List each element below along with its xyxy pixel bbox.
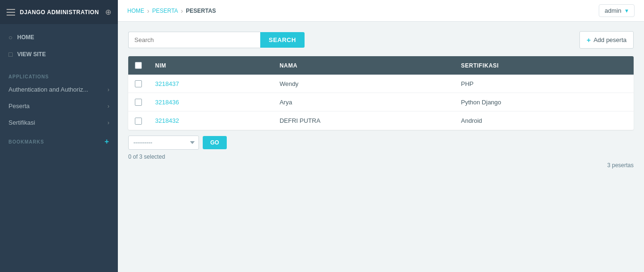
home-icon: ○	[8, 34, 12, 41]
sidebar-view-site-label: VIEW SITE	[17, 51, 46, 58]
row-checkbox-cell	[128, 93, 149, 111]
search-button[interactable]: SEARCH	[260, 32, 305, 48]
hamburger-icon[interactable]	[7, 9, 15, 16]
chevron-down-icon: ▾	[625, 7, 628, 14]
table-header-checkbox	[128, 56, 149, 75]
page-body: SEARCH + Add peserta NIM NAMA SERTIFIKAS…	[118, 22, 644, 272]
breadcrumb-sep-2: ›	[181, 7, 183, 15]
app-title: DJANGO ADMINISTRATION	[20, 9, 99, 16]
peserta-label: Peserta	[8, 102, 30, 110]
action-select[interactable]: ----------	[128, 136, 199, 150]
row-checkbox[interactable]	[135, 99, 142, 106]
row-nama: DEFRI PUTRA	[273, 111, 454, 130]
add-peserta-button[interactable]: + Add peserta	[579, 31, 634, 49]
user-name: admin	[605, 7, 621, 14]
breadcrumb-current: PESERTAS	[186, 8, 216, 14]
nim-link[interactable]: 3218432	[155, 117, 179, 124]
sidebar-item-auth[interactable]: Authentication and Authoriz... ›	[0, 81, 118, 98]
sidebar: DJANGO ADMINISTRATION ⊕ ○ HOME □ VIEW SI…	[0, 0, 118, 272]
bookmarks-label: BOOKMARKS	[8, 139, 44, 144]
sidebar-item-view-site[interactable]: □ VIEW SITE	[0, 46, 118, 63]
sidebar-nav: ○ HOME □ VIEW SITE	[0, 24, 118, 68]
add-bookmark-icon[interactable]: +	[105, 137, 109, 146]
table-row: 3218432 DEFRI PUTRA Android	[128, 111, 634, 130]
row-sertifikasi: Python Django	[454, 93, 634, 111]
nim-link[interactable]: 3218436	[155, 99, 179, 106]
actions-row: ---------- GO	[128, 136, 634, 150]
sidebar-item-home[interactable]: ○ HOME	[0, 29, 118, 46]
table-row: 3218436 Arya Python Django	[128, 93, 634, 111]
row-nim: 3218432	[149, 111, 273, 130]
applications-label: APPLICATIONS	[0, 68, 118, 81]
auth-label: Authentication and Authoriz...	[8, 86, 88, 93]
table-header-nim: NIM	[149, 56, 273, 75]
row-nama: Arya	[273, 93, 454, 111]
add-button-label: Add peserta	[594, 36, 627, 43]
selected-info: 0 of 3 selected	[128, 153, 634, 160]
row-checkbox[interactable]	[135, 118, 142, 125]
row-sertifikasi: PHP	[454, 75, 634, 93]
row-nim: 3218437	[149, 75, 273, 93]
sidebar-header: DJANGO ADMINISTRATION ⊕	[0, 0, 118, 24]
row-nama: Wendy	[273, 75, 454, 93]
topbar: HOME › PESERTA › PESERTAS admin ▾	[118, 0, 644, 22]
row-nim: 3218436	[149, 93, 273, 111]
table-body: 3218437 Wendy PHP 3218436 Arya Python Dj…	[128, 75, 634, 129]
sidebar-home-label: HOME	[17, 34, 34, 41]
search-input[interactable]	[128, 32, 260, 48]
row-checkbox-cell	[128, 75, 149, 93]
row-sertifikasi: Android	[454, 111, 634, 130]
sertifikasi-label: Sertifikasi	[8, 119, 35, 126]
chevron-right-icon: ›	[107, 119, 109, 126]
select-all-checkbox[interactable]	[135, 62, 142, 69]
go-button[interactable]: GO	[203, 136, 227, 149]
data-table: NIM NAMA SERTIFIKASI 3218437 Wendy PHP 3…	[128, 56, 634, 130]
pin-icon[interactable]: ⊕	[105, 8, 111, 17]
bookmarks-section: BOOKMARKS +	[0, 131, 118, 148]
view-site-icon: □	[8, 51, 12, 58]
breadcrumb-home[interactable]: HOME	[127, 8, 144, 14]
breadcrumb-peserta[interactable]: PESERTA	[152, 8, 178, 14]
breadcrumb-sep-1: ›	[147, 7, 149, 15]
chevron-right-icon: ›	[107, 86, 109, 93]
row-checkbox[interactable]	[135, 80, 142, 87]
user-menu[interactable]: admin ▾	[599, 4, 635, 17]
search-bar: SEARCH + Add peserta	[128, 31, 634, 49]
sidebar-item-sertifikasi[interactable]: Sertifikasi ›	[0, 114, 118, 131]
breadcrumb: HOME › PESERTA › PESERTAS	[127, 7, 216, 15]
sidebar-item-peserta[interactable]: Peserta ›	[0, 98, 118, 114]
nim-link[interactable]: 3218437	[155, 80, 179, 87]
total-count: 3 pesertas	[128, 162, 634, 169]
table-row: 3218437 Wendy PHP	[128, 75, 634, 93]
table-header-sertifikasi: SERTIFIKASI	[454, 56, 634, 75]
row-checkbox-cell	[128, 111, 149, 130]
table-header-nama: NAMA	[273, 56, 454, 75]
plus-icon: +	[586, 36, 591, 44]
main-content: HOME › PESERTA › PESERTAS admin ▾ SEARCH…	[118, 0, 644, 272]
table-header-row: NIM NAMA SERTIFIKASI	[128, 56, 634, 75]
chevron-right-icon: ›	[107, 103, 109, 110]
